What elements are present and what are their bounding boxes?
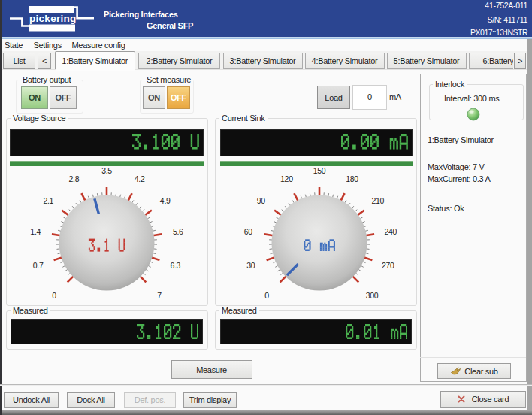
svg-text:2.8: 2.8 bbox=[68, 174, 79, 183]
svg-text:6.3: 6.3 bbox=[170, 261, 180, 270]
svg-text:150: 150 bbox=[313, 166, 326, 175]
svg-text:240: 240 bbox=[384, 227, 397, 236]
svg-text:2.1: 2.1 bbox=[43, 196, 53, 205]
svg-text:120: 120 bbox=[280, 174, 293, 183]
svg-text:0: 0 bbox=[52, 291, 56, 300]
svg-text:180: 180 bbox=[346, 174, 358, 183]
svg-text:30: 30 bbox=[246, 261, 255, 270]
svg-text:0.7: 0.7 bbox=[32, 261, 43, 270]
svg-text:5.6: 5.6 bbox=[172, 227, 183, 236]
svg-text:60: 60 bbox=[244, 227, 253, 236]
svg-text:210: 210 bbox=[371, 196, 384, 205]
svg-text:0: 0 bbox=[264, 291, 269, 300]
svg-text:3.5: 3.5 bbox=[101, 166, 112, 175]
svg-text:270: 270 bbox=[382, 261, 394, 270]
svg-text:4.9: 4.9 bbox=[159, 196, 170, 205]
svg-text:7: 7 bbox=[157, 291, 162, 300]
svg-text:pickering: pickering bbox=[29, 13, 76, 24]
svg-text:90: 90 bbox=[257, 196, 266, 205]
svg-text:1.4: 1.4 bbox=[30, 227, 41, 236]
svg-text:300: 300 bbox=[366, 291, 379, 300]
svg-text:4.2: 4.2 bbox=[134, 174, 144, 183]
